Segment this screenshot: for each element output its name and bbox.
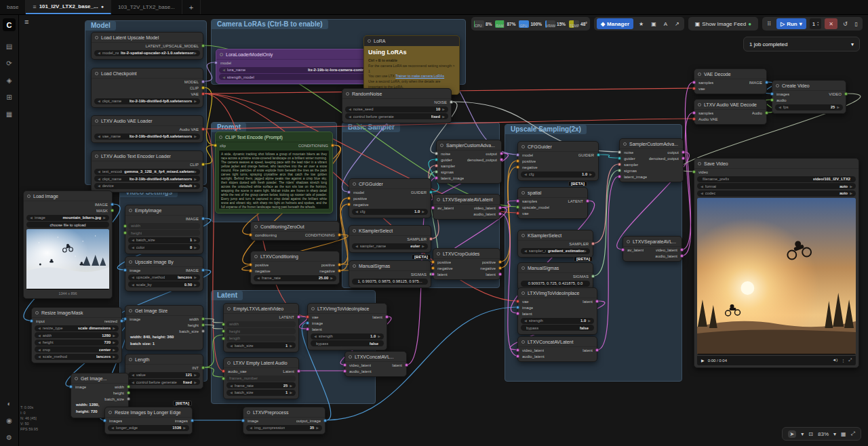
- share-icon[interactable]: ↗: [673, 18, 682, 29]
- input-slot-icon[interactable]: [343, 369, 347, 373]
- input-slot-icon[interactable]: [222, 337, 225, 340]
- node-title[interactable]: ManualSigmas: [349, 261, 431, 271]
- input-slot-icon[interactable]: [431, 260, 435, 264]
- widget-batch-size[interactable]: ◀batch_size1▶: [226, 342, 296, 348]
- widget-ckpt-name[interactable]: ◀ckpt_nameltx-2-19b-distilled-fp8.safete…: [94, 98, 200, 104]
- input-slot-icon[interactable]: [347, 190, 351, 194]
- widget-left-arrow-icon[interactable]: ◀: [222, 68, 225, 72]
- input-slot-icon[interactable]: [618, 175, 621, 178]
- collapse-dot-icon[interactable]: [437, 198, 440, 201]
- widget-right-arrow-icon[interactable]: ▶: [850, 184, 852, 188]
- input-slot-icon[interactable]: [516, 354, 519, 358]
- output-slot-icon[interactable]: [500, 152, 503, 155]
- input-slot-icon[interactable]: [618, 150, 621, 154]
- widget-color[interactable]: ◀color0▶: [128, 244, 200, 250]
- node-title[interactable]: LTXVSeparateAVLatent: [433, 195, 500, 205]
- widget-left-arrow-icon[interactable]: ◀: [230, 390, 233, 394]
- zoom-chevron-icon[interactable]: ▾: [833, 431, 836, 437]
- widget-right-arrow-icon[interactable]: ▶: [194, 184, 197, 188]
- widget-fps[interactable]: ◀fps25▶: [775, 104, 843, 110]
- input-slot-icon[interactable]: [692, 81, 696, 84]
- widget-img-compression[interactable]: ◀img_compression35▶: [246, 425, 322, 431]
- show-image-feed-button[interactable]: ▣ Show Image Feed ●: [691, 18, 755, 29]
- output-slot-icon[interactable]: [201, 323, 205, 327]
- node-title[interactable]: KSamplerSelect: [518, 230, 593, 241]
- tab-base[interactable]: base: [0, 0, 26, 14]
- canvas-menu-icon[interactable]: ≡: [24, 18, 28, 26]
- collapse-dot-icon[interactable]: [521, 234, 525, 237]
- widget-right-arrow-icon[interactable]: ▶: [378, 334, 380, 338]
- node-title[interactable]: LTXVSeparateAVL...: [623, 237, 682, 247]
- node-title[interactable]: LTXVPreprocess: [243, 407, 325, 418]
- widget-left-arrow-icon[interactable]: ◀: [524, 319, 527, 323]
- output-slot-icon[interactable]: [586, 199, 589, 203]
- collapse-dot-icon[interactable]: [129, 260, 132, 264]
- node-title[interactable]: EmptyImage: [125, 205, 203, 216]
- refresh-icon[interactable]: ⟳: [6, 60, 12, 67]
- node-create-video[interactable]: Create VideoimagesVIDEOaudio◀fps25▶: [772, 80, 846, 114]
- node-title[interactable]: Get Image...: [71, 373, 128, 384]
- node-title[interactable]: CLIP Text Encode (Prompt): [216, 132, 332, 142]
- node-ltxvseparateavl[interactable]: LTXVSeparateAVL...av_latentvideo_latenta…: [623, 236, 682, 262]
- collapse-dot-icon[interactable]: [521, 266, 525, 270]
- node-title[interactable]: Load Image: [24, 191, 112, 201]
- video-more-icon[interactable]: ⋮: [841, 358, 845, 363]
- input-slot-icon[interactable]: [618, 169, 621, 172]
- input-slot-icon[interactable]: [618, 163, 621, 166]
- widget-right-arrow-icon[interactable]: ▶: [194, 238, 197, 242]
- widget-right-arrow-icon[interactable]: ▶: [194, 283, 197, 287]
- node-clip-text-encode-prompt[interactable]: CLIP Text Encode (Prompt)clipCONDITIONIN…: [215, 131, 333, 214]
- widget-strength[interactable]: ◀strength1.0▶: [311, 333, 384, 340]
- node-title[interactable]: LTXVImgToVideoInplace: [308, 304, 387, 314]
- widget-vae-name[interactable]: ◀vae_nameltx-2-19b-distilled-fp8.safeten…: [94, 134, 200, 140]
- widget-left-arrow-icon[interactable]: ◀: [30, 216, 33, 220]
- collapse-dot-icon[interactable]: [247, 411, 250, 414]
- collapse-dot-icon[interactable]: [627, 240, 630, 243]
- output-slot-icon[interactable]: [297, 369, 300, 373]
- widget-filename-prefix[interactable]: filename_prefixvideo/101_I2V_LTX2: [697, 176, 856, 182]
- widget-right-arrow-icon[interactable]: ▶: [290, 344, 292, 348]
- panel-toggle-icon[interactable]: ▯: [853, 18, 860, 29]
- widget-right-arrow-icon[interactable]: ▶: [316, 426, 319, 430]
- widget-left-arrow-icon[interactable]: ◀: [132, 283, 134, 287]
- collapse-dot-icon[interactable]: [95, 155, 98, 158]
- collapse-dot-icon[interactable]: [698, 73, 701, 76]
- output-slot-icon[interactable]: [111, 209, 114, 212]
- node-ltxvcropguides[interactable]: LTXVCropGuidespositivepositivenegativene…: [433, 248, 500, 280]
- node-title[interactable]: Create Video: [772, 81, 846, 91]
- widget-left-arrow-icon[interactable]: ◀: [230, 384, 233, 388]
- output-slot-icon[interactable]: [765, 81, 768, 84]
- input-slot-icon[interactable]: [123, 231, 127, 235]
- collapse-dot-icon[interactable]: [129, 209, 132, 212]
- output-slot-icon[interactable]: [765, 111, 768, 115]
- collapse-dot-icon[interactable]: [254, 225, 258, 228]
- input-slot-icon[interactable]: [241, 419, 245, 422]
- node-title[interactable]: LTXV Audio VAE Loader: [92, 116, 203, 126]
- widget-sampler-n[interactable]: ◀sampler_ngradient_estimation▶: [521, 248, 590, 254]
- collapse-dot-icon[interactable]: [353, 264, 356, 268]
- upload-button[interactable]: choose file to upload: [26, 222, 109, 228]
- output-slot-icon[interactable]: [338, 269, 341, 272]
- node-ltxv-audio-vae-loader[interactable]: LTXV Audio VAE LoaderAudio VAE◀vae_namel…: [91, 115, 203, 143]
- widget-upscale-method[interactable]: ◀upscale_methodlanczos▶: [128, 275, 200, 281]
- volume-icon[interactable]: ◄): [832, 358, 837, 363]
- stop-button[interactable]: ✕: [825, 18, 837, 29]
- output-slot-icon[interactable]: [201, 217, 205, 220]
- node-lora[interactable]: LoRAUsing LoRAsCtrl + B to enableFor the…: [363, 35, 460, 95]
- output-slot-icon[interactable]: [201, 44, 205, 47]
- output-slot-icon[interactable]: [498, 206, 502, 209]
- node-ltxvseparateavlatent[interactable]: LTXVSeparateAVLatentav_latentvideo_laten…: [433, 194, 500, 220]
- node-title[interactable]: spatial: [518, 188, 587, 198]
- output-slot-icon[interactable]: [338, 233, 341, 237]
- collapse-dot-icon[interactable]: [311, 307, 315, 310]
- collapse-dot-icon[interactable]: [440, 144, 443, 147]
- collapse-dot-icon[interactable]: [698, 162, 701, 165]
- feed-toggle-icon[interactable]: ●: [748, 21, 751, 27]
- widget-right-arrow-icon[interactable]: ▶: [194, 373, 197, 377]
- widget-right-arrow-icon[interactable]: ▶: [330, 276, 333, 280]
- widget-left-arrow-icon[interactable]: ◀: [98, 169, 100, 174]
- input-slot-icon[interactable]: [123, 224, 127, 228]
- widget-cfg[interactable]: ◀cfg1.0▶: [352, 209, 428, 215]
- output-slot-icon[interactable]: [595, 300, 599, 303]
- widget-right-arrow-icon[interactable]: ▶: [194, 134, 197, 138]
